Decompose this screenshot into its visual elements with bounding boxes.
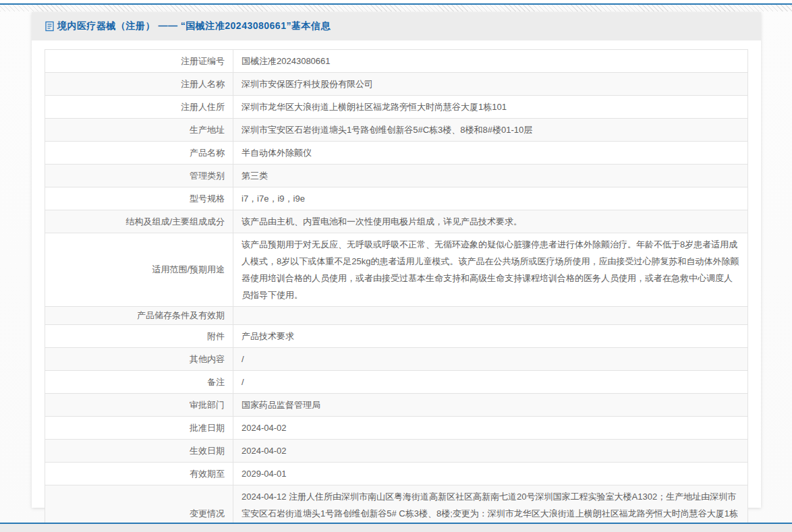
field-label: 附件 (45, 325, 233, 348)
table-row: 注册人名称 深圳市安保医疗科技股份有限公司 (45, 73, 748, 96)
table-container: 注册证编号 国械注准20243080661 注册人名称 深圳市安保医疗科技股份有… (32, 40, 761, 532)
field-label: 有效期至 (45, 463, 233, 485)
field-value: 第三类 (233, 165, 748, 187)
field-value: / (233, 371, 748, 394)
table-row: 其他内容 / (45, 348, 748, 371)
field-value: 国家药品监督管理局 (233, 394, 748, 417)
field-value: 2024-04-02 (233, 440, 748, 463)
field-value: 该产品预期用于对无反应、无呼吸或呼吸不正常、无循环迹象的疑似心脏骤停患者进行体外… (233, 233, 748, 307)
table-row: 注册证编号 国械注准20243080661 (45, 50, 748, 73)
field-value: 产品技术要求 (233, 325, 748, 348)
page-title: 境内医疗器械（注册） —— “国械注准20243080661”基本信息 (57, 20, 331, 32)
table-row: 有效期至 2029-04-01 (45, 463, 748, 485)
field-label: 结构及组成/主要组成成分 (45, 210, 233, 233)
top-hatch-band (0, 5, 792, 11)
basic-info-table: 注册证编号 国械注准20243080661 注册人名称 深圳市安保医疗科技股份有… (45, 49, 748, 532)
field-label: 适用范围/预期用途 (45, 233, 233, 307)
field-label: 产品储存条件及有效期 (45, 307, 233, 325)
field-label: 生效日期 (45, 440, 233, 463)
field-label: 其他内容 (45, 348, 233, 371)
table-row: 批准日期 2024-04-02 (45, 417, 748, 440)
table-row: 生效日期 2024-04-02 (45, 440, 748, 463)
field-value: 2029-04-01 (233, 463, 748, 485)
bottom-gray-band (0, 524, 792, 532)
field-label: 产品名称 (45, 142, 233, 165)
field-value: i7，i7e，i9，i9e (233, 187, 748, 210)
field-value: 深圳市安保医疗科技股份有限公司 (233, 73, 748, 96)
field-label: 注册人名称 (45, 73, 233, 96)
card-header: 境内医疗器械（注册） —— “国械注准20243080661”基本信息 (32, 12, 761, 40)
table-row: 适用范围/预期用途 该产品预期用于对无反应、无呼吸或呼吸不正常、无循环迹象的疑似… (45, 233, 748, 307)
field-value: 深圳市宝安区石岩街道塘头1号路创维创新谷5#C栋3楼、8楼和8#楼01-10层 (233, 119, 748, 142)
table-row: 注册人住所 深圳市龙华区大浪街道上横朗社区福龙路旁恒大时尚慧谷大厦1栋101 (45, 96, 748, 119)
field-label: 型号规格 (45, 187, 233, 210)
field-label: 生产地址 (45, 119, 233, 142)
table-row: 产品名称 半自动体外除颤仪 (45, 142, 748, 165)
field-value: 深圳市龙华区大浪街道上横朗社区福龙路旁恒大时尚慧谷大厦1栋101 (233, 96, 748, 119)
field-label: 审批部门 (45, 394, 233, 417)
field-value: / (233, 348, 748, 371)
field-label: 管理类别 (45, 165, 233, 187)
field-value: 半自动体外除颤仪 (233, 142, 748, 165)
info-card: 境内医疗器械（注册） —— “国械注准20243080661”基本信息 注册证编… (32, 12, 761, 508)
field-value: 该产品由主机、内置电池和一次性使用电极片组成，详见产品技术要求。 (233, 210, 748, 233)
field-label: 注册人住所 (45, 96, 233, 119)
field-value: 2024-04-02 (233, 417, 748, 440)
field-label: 批准日期 (45, 417, 233, 440)
table-row: 结构及组成/主要组成成分 该产品由主机、内置电池和一次性使用电极片组成，详见产品… (45, 210, 748, 233)
field-label: 备注 (45, 371, 233, 394)
document-icon (45, 21, 55, 32)
table-row: 管理类别 第三类 (45, 165, 748, 187)
table-row: 附件 产品技术要求 (45, 325, 748, 348)
table-row: 审批部门 国家药品监督管理局 (45, 394, 748, 417)
table-row: 生产地址 深圳市宝安区石岩街道塘头1号路创维创新谷5#C栋3楼、8楼和8#楼01… (45, 119, 748, 142)
table-row: 备注 / (45, 371, 748, 394)
table-row: 型号规格 i7，i7e，i9，i9e (45, 187, 748, 210)
field-value: 国械注准20243080661 (233, 50, 748, 73)
field-value (233, 307, 748, 325)
table-row: 产品储存条件及有效期 (45, 307, 748, 325)
field-label: 注册证编号 (45, 50, 233, 73)
